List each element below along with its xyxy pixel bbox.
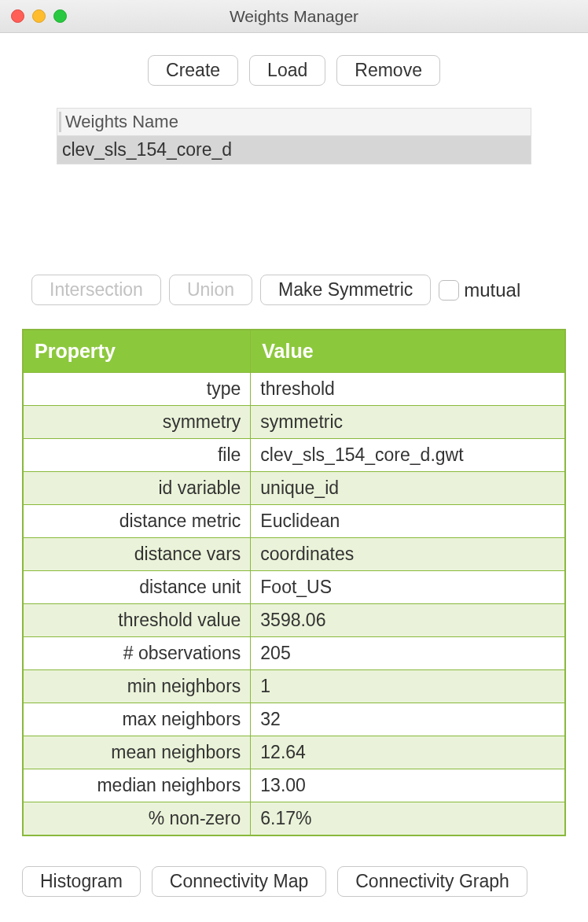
table-cell-property: distance unit — [23, 571, 251, 604]
table-row: fileclev_sls_154_core_d.gwt — [23, 439, 565, 472]
table-row: # observations205 — [23, 637, 565, 670]
minimize-icon[interactable] — [32, 9, 46, 23]
table-row: % non-zero6.17% — [23, 802, 565, 836]
table-header-value: Value — [251, 330, 565, 373]
table-cell-property: % non-zero — [23, 802, 251, 836]
union-button[interactable]: Union — [169, 275, 252, 305]
table-row: min neighbors1 — [23, 670, 565, 703]
table-row: id variableunique_id — [23, 472, 565, 505]
table-cell-property: distance vars — [23, 538, 251, 571]
table-row: distance varscoordinates — [23, 538, 565, 571]
table-cell-property: mean neighbors — [23, 736, 251, 769]
mutual-checkbox-wrap: mutual — [439, 279, 520, 301]
table-cell-value: unique_id — [251, 472, 565, 505]
table-cell-value: symmetric — [251, 406, 565, 439]
maximize-icon[interactable] — [53, 9, 67, 23]
table-row: distance unitFoot_US — [23, 571, 565, 604]
table-cell-property: threshold value — [23, 604, 251, 637]
table-cell-value: 12.64 — [251, 736, 565, 769]
top-toolbar: Create Load Remove — [0, 33, 588, 108]
table-row: mean neighbors12.64 — [23, 736, 565, 769]
content: Create Load Remove Weights Name clev_sls… — [0, 33, 588, 897]
table-cell-value: clev_sls_154_core_d.gwt — [251, 439, 565, 472]
make-symmetric-button[interactable]: Make Symmetric — [260, 275, 431, 305]
table-cell-value: 205 — [251, 637, 565, 670]
histogram-button[interactable]: Histogram — [22, 866, 141, 897]
window-title: Weights Manager — [0, 7, 588, 26]
table-cell-property: distance metric — [23, 505, 251, 538]
weights-list[interactable]: Weights Name clev_sls_154_core_d — [57, 108, 531, 164]
weights-list-row[interactable]: clev_sls_154_core_d — [57, 136, 531, 164]
table-row: symmetrysymmetric — [23, 406, 565, 439]
table-cell-property: id variable — [23, 472, 251, 505]
bottom-toolbar: Histogram Connectivity Map Connectivity … — [0, 836, 588, 897]
weights-list-header: Weights Name — [57, 109, 531, 136]
table-cell-value: Euclidean — [251, 505, 565, 538]
connectivity-map-button[interactable]: Connectivity Map — [152, 866, 326, 897]
table-row: max neighbors32 — [23, 703, 565, 736]
table-row: median neighbors13.00 — [23, 769, 565, 802]
table-cell-value: 32 — [251, 703, 565, 736]
table-cell-property: file — [23, 439, 251, 472]
connectivity-graph-button[interactable]: Connectivity Graph — [337, 866, 527, 897]
table-cell-value: 6.17% — [251, 802, 565, 836]
titlebar: Weights Manager — [0, 0, 588, 33]
create-button[interactable]: Create — [148, 55, 238, 86]
remove-button[interactable]: Remove — [336, 55, 440, 86]
load-button[interactable]: Load — [249, 55, 325, 86]
table-cell-property: # observations — [23, 637, 251, 670]
mid-toolbar: Intersection Union Make Symmetric mutual — [0, 275, 588, 305]
table-cell-value: 13.00 — [251, 769, 565, 802]
table-cell-value: 1 — [251, 670, 565, 703]
table-header-row: Property Value — [23, 330, 565, 373]
close-icon[interactable] — [11, 9, 24, 23]
table-row: distance metricEuclidean — [23, 505, 565, 538]
table-cell-value: threshold — [251, 373, 565, 406]
traffic-lights — [0, 9, 67, 23]
table-cell-property: type — [23, 373, 251, 406]
mutual-label: mutual — [464, 279, 520, 301]
intersection-button[interactable]: Intersection — [31, 275, 161, 305]
table-cell-property: max neighbors — [23, 703, 251, 736]
table-cell-property: median neighbors — [23, 769, 251, 802]
table-row: threshold value3598.06 — [23, 604, 565, 637]
mutual-checkbox[interactable] — [439, 280, 459, 301]
table-row: typethreshold — [23, 373, 565, 406]
table-cell-value: coordinates — [251, 538, 565, 571]
table-cell-value: Foot_US — [251, 571, 565, 604]
properties-table: Property Value typethresholdsymmetrysymm… — [22, 329, 566, 836]
table-header-property: Property — [23, 330, 251, 373]
table-cell-value: 3598.06 — [251, 604, 565, 637]
table-cell-property: min neighbors — [23, 670, 251, 703]
table-cell-property: symmetry — [23, 406, 251, 439]
